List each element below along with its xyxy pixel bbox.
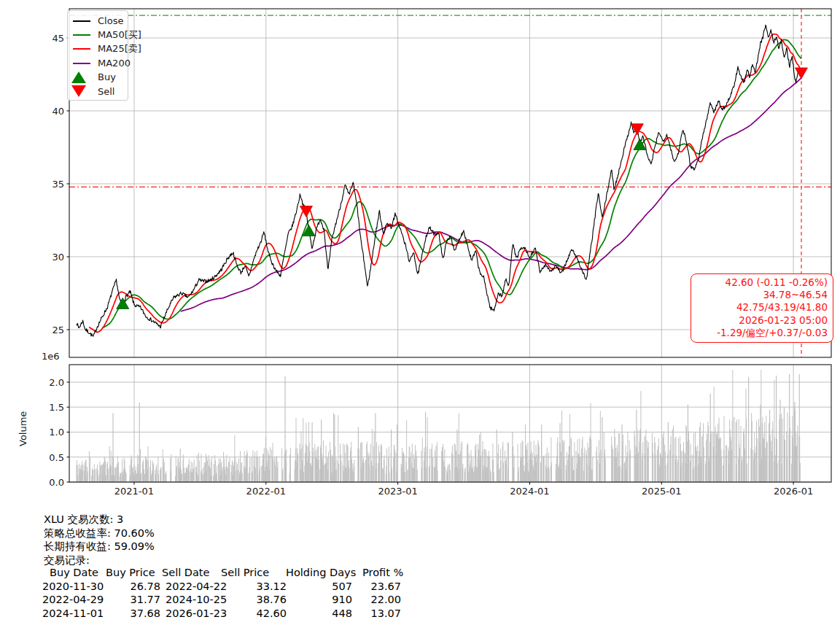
legend-label: Close <box>98 15 123 26</box>
legend-label: MA25[卖] <box>98 42 141 55</box>
price-tick-label: 35 <box>39 179 64 190</box>
strategy-return-line: 策略总收益率: 70.60% <box>44 527 155 540</box>
legend-label: MA50[买] <box>98 28 141 42</box>
legend-item-close: Close <box>73 14 128 28</box>
buy-price-value: 31.77 <box>109 594 160 605</box>
price-tick-label: 30 <box>39 252 64 263</box>
buy-date-value: 2022-04-29 <box>42 594 104 605</box>
annotation-box: 42.60 (-0.11 -0.26%) 34.78~46.54 42.75/4… <box>691 273 833 343</box>
volume-tick-label: 1.5 <box>39 402 64 413</box>
legend-label: Sell <box>98 86 114 97</box>
col-buy-date: Buy Date <box>50 567 98 578</box>
volume-axis-offset-label: 1e6 <box>42 351 60 362</box>
legend: Close MA50[买] MA25[卖] MA200 Buy Sell <box>67 10 128 101</box>
trade-count-line: XLU 交易次数: 3 <box>44 513 123 527</box>
x-tick-label: 2022-01 <box>246 486 286 497</box>
axes <box>67 9 832 485</box>
buy-marker-icon <box>73 71 92 83</box>
buy-price-value: 37.68 <box>109 607 160 619</box>
legend-item-ma50: MA50[买] <box>73 28 128 42</box>
gridlines <box>69 9 831 482</box>
price-tick-label: 45 <box>39 33 64 44</box>
sell-date-value: 2022-04-22 <box>166 581 227 592</box>
sell-price-value: 42.60 <box>233 607 287 619</box>
legend-label: MA200 <box>98 58 131 69</box>
profit-value: 22.00 <box>348 594 401 605</box>
ma50-line-swatch <box>73 34 92 36</box>
sell-price-value: 38.76 <box>233 594 287 605</box>
volume-tick-label: 0.0 <box>39 477 64 488</box>
ma25-line-swatch <box>73 48 92 50</box>
price-tick-label: 25 <box>39 325 64 335</box>
close-line-swatch <box>73 20 92 22</box>
x-tick-label: 2024-01 <box>510 486 549 497</box>
annotation-datetime-line: 2026-01-23 05:00 <box>696 314 828 327</box>
col-buy-price: Buy Price <box>106 567 155 578</box>
volume-tick-label: 2.0 <box>39 376 64 387</box>
buy-date-value: 2024-11-01 <box>42 607 104 619</box>
volume-tick-label: 0.5 <box>39 451 64 462</box>
legend-item-ma200: MA200 <box>73 56 128 70</box>
price-tick-label: 40 <box>39 106 64 117</box>
volume-tick-label: 1.0 <box>39 427 64 438</box>
sell-date-value: 2026-01-23 <box>166 607 227 619</box>
holding-days-value: 507 <box>299 581 352 592</box>
trade-markers <box>117 68 808 308</box>
annotation-range-line: 34.78~46.54 <box>696 289 828 301</box>
volume-axis-label: Volume <box>18 411 28 446</box>
buy-date-value: 2020-11-30 <box>42 581 104 592</box>
legend-item-buy: Buy <box>73 70 128 84</box>
figure: Close MA50[买] MA25[卖] MA200 Buy Sell 25 … <box>0 0 840 625</box>
legend-item-ma25: MA25[卖] <box>73 42 128 56</box>
col-sell-price: Sell Price <box>221 567 269 578</box>
trade-row: 2024-11-01 37.68 2026-01-23 42.60 448 13… <box>0 607 452 621</box>
holding-days-value: 448 <box>299 607 352 619</box>
x-tick-label: 2023-01 <box>378 486 417 497</box>
holding-days-value: 910 <box>299 594 352 605</box>
trades-header-row: Buy Date Buy Price Sell Date Sell Price … <box>0 567 452 581</box>
x-tick-label: 2026-01 <box>774 486 813 497</box>
legend-item-sell: Sell <box>73 84 128 98</box>
profit-value: 13.07 <box>348 607 401 619</box>
sell-date-value: 2024-10-25 <box>166 594 227 605</box>
annotation-bias-line: -1.29/偏空/+0.37/-0.03 <box>696 327 828 339</box>
trade-row: 2022-04-29 31.77 2024-10-25 38.76 910 22… <box>0 594 452 607</box>
trade-row: 2020-11-30 26.78 2022-04-22 33.12 507 23… <box>0 581 452 594</box>
x-tick-label: 2025-01 <box>642 486 681 497</box>
legend-label: Buy <box>98 71 116 82</box>
buy-hold-return-line: 长期持有收益: 59.09% <box>44 540 155 554</box>
volume-bars <box>77 370 801 482</box>
profit-value: 23.67 <box>348 581 401 592</box>
buy-price-value: 26.78 <box>109 581 160 592</box>
annotation-ma-line: 42.75/43.19/41.80 <box>696 301 828 314</box>
sell-marker-icon <box>73 85 92 97</box>
annotation-price-line: 42.60 (-0.11 -0.26%) <box>696 276 828 289</box>
col-holding-days: Holding Days <box>286 567 356 578</box>
col-sell-date: Sell Date <box>162 567 209 578</box>
x-tick-label: 2021-01 <box>114 486 154 497</box>
ma200-line-swatch <box>73 63 92 64</box>
sell-price-value: 33.12 <box>233 581 287 592</box>
col-profit: Profit % <box>362 567 403 578</box>
trade-record-title: 交易记录: <box>44 554 90 567</box>
